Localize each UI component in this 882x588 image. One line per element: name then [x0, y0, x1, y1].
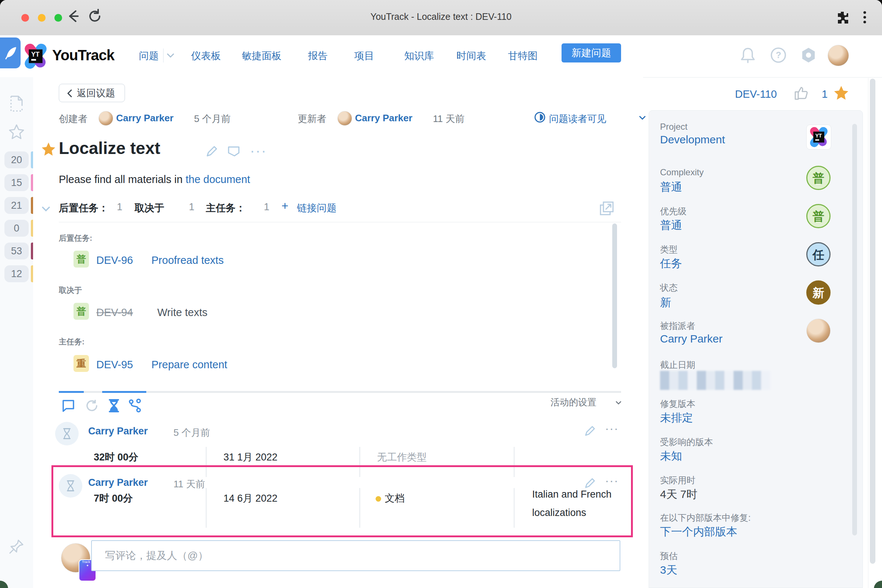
- updater-link[interactable]: Carry Parker: [355, 112, 412, 124]
- field-value-fixed-in-build[interactable]: 下一个内部版本: [660, 524, 737, 540]
- field-value-priority[interactable]: 普通: [660, 218, 682, 233]
- star-icon[interactable]: [834, 85, 849, 101]
- linked-issue-id[interactable]: DEV-96: [96, 254, 133, 266]
- open-links-window-icon[interactable]: [599, 201, 615, 216]
- comment-input[interactable]: [91, 540, 620, 571]
- field-value-state[interactable]: 新: [660, 295, 671, 310]
- tag-icon[interactable]: [227, 145, 240, 158]
- field-value-estimation[interactable]: 3天: [660, 562, 677, 578]
- field-value-project[interactable]: Development: [660, 134, 725, 146]
- board-badge[interactable]: 20: [4, 152, 28, 168]
- edit-work-item-pencil-icon[interactable]: [584, 425, 596, 437]
- settings-nut-icon[interactable]: [800, 46, 818, 64]
- link-group-heading: 取决于: [59, 285, 82, 296]
- work-item-hourglass-icon: [55, 422, 79, 446]
- tab-vcs-icon[interactable]: [128, 398, 142, 413]
- work-item-hourglass-icon: [59, 474, 82, 498]
- updater-avatar[interactable]: [338, 111, 352, 126]
- chevron-down-icon[interactable]: [639, 116, 646, 120]
- field-label: Complexity: [660, 167, 704, 177]
- edit-work-item-pencil-icon[interactable]: [584, 477, 596, 489]
- back-to-issues-button[interactable]: 返回议题: [59, 84, 125, 102]
- activity-settings[interactable]: 活动的设置: [550, 396, 597, 408]
- nav-item-timesheets[interactable]: 时间表: [456, 49, 486, 63]
- board-badge[interactable]: 21: [4, 197, 28, 214]
- field-label: 类型: [660, 244, 678, 255]
- work-item-ellipsis-icon[interactable]: ···: [605, 421, 618, 435]
- tab-history-icon[interactable]: [84, 398, 99, 413]
- new-issue-button[interactable]: 新建问题: [561, 44, 621, 63]
- chevron-down-icon[interactable]: [166, 53, 175, 59]
- linked-issue-title[interactable]: Prepare content: [152, 358, 227, 371]
- nav-item-reports[interactable]: 报告: [308, 49, 328, 63]
- board-badge[interactable]: 12: [4, 266, 28, 282]
- chevron-down-icon[interactable]: [615, 400, 622, 405]
- collapse-links-chevron-icon[interactable]: [41, 206, 51, 212]
- assignee-avatar[interactable]: [806, 319, 831, 343]
- user-avatar[interactable]: [828, 45, 849, 66]
- nav-item-knowledge-base[interactable]: 知识库: [404, 49, 434, 63]
- browser-menu-kebab-icon[interactable]: [862, 9, 867, 26]
- work-col-divider: [359, 488, 360, 528]
- visibility-setting[interactable]: 问题读者可见: [549, 112, 606, 125]
- starred-icon[interactable]: [41, 142, 56, 156]
- field-label: 修复版本: [660, 398, 695, 410]
- tab-comments-icon[interactable]: [61, 398, 76, 413]
- linked-issue-title[interactable]: Proofread texts: [152, 254, 224, 266]
- linked-issue-id-resolved[interactable]: DEV-94: [96, 306, 133, 319]
- board-badge[interactable]: 0: [4, 220, 28, 237]
- priority-icon: 普: [806, 204, 831, 228]
- field-value-assignee[interactable]: Carry Parker: [660, 333, 723, 345]
- edit-title-pencil-icon[interactable]: [205, 145, 218, 158]
- links-scrollbar[interactable]: [612, 224, 617, 368]
- writing-tool-tab[interactable]: [0, 38, 21, 68]
- board-badge[interactable]: 15: [4, 174, 28, 191]
- nav-item-projects[interactable]: 项目: [354, 49, 374, 63]
- panel-scrollbar[interactable]: [852, 124, 857, 536]
- work-item-ellipsis-icon[interactable]: ···: [605, 473, 618, 488]
- linked-issue-id[interactable]: DEV-95: [96, 358, 133, 371]
- visibility-eye-icon[interactable]: [534, 111, 546, 123]
- activity-author[interactable]: Carry Parker: [88, 477, 148, 488]
- activity-author[interactable]: Carry Parker: [88, 426, 148, 437]
- priority-badge: 普: [74, 303, 89, 320]
- nav-item-issues[interactable]: 问题: [139, 49, 159, 63]
- field-label: 状态: [660, 282, 678, 294]
- article-page-icon[interactable]: [9, 95, 24, 112]
- window-scrollbar-thumb[interactable]: [870, 79, 875, 564]
- field-value-type[interactable]: 任务: [660, 256, 682, 271]
- more-actions-ellipsis-icon[interactable]: ···: [250, 142, 267, 159]
- tab-spent-time-icon[interactable]: [106, 398, 121, 413]
- board-badge[interactable]: 53: [4, 243, 28, 260]
- links-subtasks-count: 1: [117, 201, 122, 213]
- nav-item-agile-boards[interactable]: 敏捷面板: [242, 49, 282, 63]
- work-comment-line1: Italian and French: [532, 489, 612, 500]
- svg-text:?: ?: [776, 50, 781, 60]
- description-link[interactable]: the document: [186, 174, 250, 185]
- link-issue-button[interactable]: 链接问题: [297, 201, 337, 214]
- field-value-complexity[interactable]: 普通: [660, 180, 682, 195]
- work-comment-line2: localizations: [532, 507, 586, 519]
- pin-sidebar-icon[interactable]: [8, 538, 25, 555]
- help-icon[interactable]: ?: [770, 46, 787, 64]
- issue-key[interactable]: DEV-110: [735, 88, 777, 100]
- window-scrollbar[interactable]: [868, 78, 878, 588]
- creator-avatar[interactable]: [99, 111, 113, 126]
- work-duration: 7时 00分: [94, 492, 133, 505]
- field-value-affected-version[interactable]: 未知: [660, 449, 682, 464]
- plus-icon[interactable]: +: [282, 199, 288, 213]
- app-header: YT YouTrack 问题 仪表板 敏捷面板 报告 项目 知识库 时间表 甘特…: [0, 35, 882, 78]
- project-yt-icon[interactable]: YT: [806, 124, 831, 150]
- nav-item-gantt[interactable]: 甘特图: [508, 49, 538, 63]
- thumbs-up-icon[interactable]: [793, 85, 809, 101]
- extensions-puzzle-icon[interactable]: [835, 10, 850, 25]
- field-value-fix-version[interactable]: 未排定: [660, 411, 693, 426]
- youtrack-logo-icon[interactable]: YT: [23, 44, 48, 69]
- favorites-star-icon[interactable]: [8, 123, 25, 140]
- notifications-bell-icon[interactable]: [740, 46, 756, 64]
- nav-item-dashboards[interactable]: 仪表板: [191, 49, 221, 63]
- due-date-redacted-value[interactable]: [660, 371, 770, 390]
- creator-link[interactable]: Carry Parker: [116, 112, 174, 124]
- linked-issue-title[interactable]: Write texts: [157, 306, 207, 319]
- field-label: 受影响的版本: [660, 436, 713, 448]
